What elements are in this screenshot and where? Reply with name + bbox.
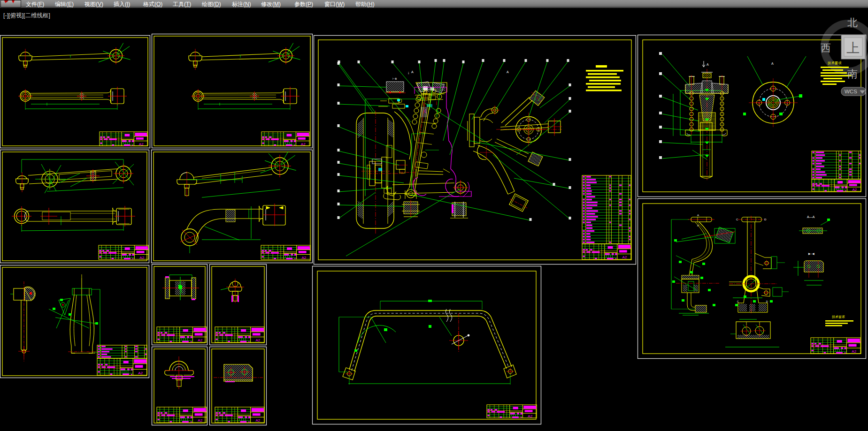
svg-text:上: 上	[846, 41, 860, 55]
svg-text:A2: A2	[198, 418, 202, 423]
svg-text:南: 南	[847, 68, 858, 80]
svg-text:A: A	[707, 63, 709, 66]
svg-text:A2: A2	[139, 142, 144, 146]
svg-text:A2: A2	[255, 338, 260, 342]
svg-text:A: A	[411, 70, 414, 74]
svg-text:A: A	[771, 62, 774, 65]
svg-text:WCS: WCS	[845, 89, 857, 94]
svg-text:技术要求: 技术要求	[827, 61, 842, 65]
svg-text:↓: ↓	[407, 70, 410, 75]
svg-text:西: 西	[821, 42, 831, 54]
svg-text:北: 北	[847, 17, 858, 29]
svg-text:A2: A2	[301, 142, 306, 146]
svg-text:A2: A2	[528, 414, 532, 418]
svg-text:A2: A2	[301, 256, 306, 260]
svg-text:A—A: A—A	[807, 215, 815, 219]
svg-text:D: D	[766, 300, 768, 303]
svg-text:⊢B: ⊢B	[392, 77, 397, 80]
svg-text:A: A	[507, 70, 509, 74]
svg-text:A2: A2	[622, 255, 627, 259]
svg-text:A2: A2	[852, 188, 857, 192]
svg-text:A2: A2	[138, 371, 143, 375]
svg-text:▶–◀: ▶–◀	[808, 252, 814, 255]
svg-text:A2: A2	[852, 349, 856, 354]
svg-text:A2: A2	[255, 418, 260, 423]
svg-text:A2: A2	[198, 338, 202, 342]
svg-text:A: A	[697, 214, 699, 217]
svg-text:C: C	[737, 300, 739, 303]
svg-text:D: D	[764, 218, 767, 221]
svg-text:技术要求: 技术要求	[831, 315, 845, 319]
svg-text:C: C	[736, 218, 738, 221]
svg-text:A2: A2	[139, 256, 144, 260]
